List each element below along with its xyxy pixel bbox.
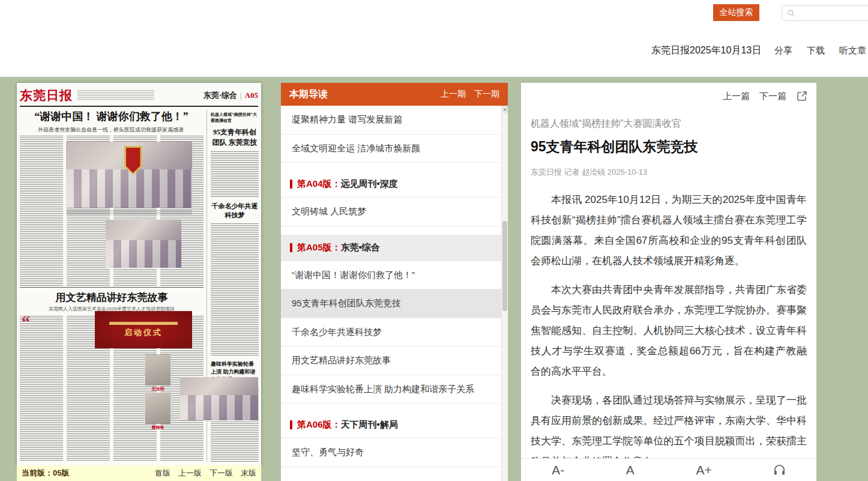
open-external-button[interactable] [796,90,808,102]
headphones-icon [773,463,786,477]
section-name: 东莞·综合 [203,90,237,101]
article-paragraph: 本次大赛由共青团中央青年发展部指导，共青团广东省委员会与东莞市人民政府联合承办，… [531,280,807,382]
portrait-image [145,393,170,424]
photo-people [66,169,192,208]
newspaper-page-image[interactable]: 东莞日报 东莞·综合 | A05 “谢谢中国！ 谢谢你们救了他！” 外籍患者突发… [17,83,261,465]
listen-audio-button[interactable] [743,463,816,477]
toc-article-item[interactable]: 坚守、勇气与好奇 [281,438,501,467]
article-title: 95支青年科创团队东莞竞技 [531,138,807,156]
article-body: 本报讯 2025年10月12日，为期三天的2025年度中国青年科技创新“揭榜挂帅… [531,190,807,458]
toc-header: 本期导读 上一期 下一期 [281,83,508,106]
toc-article-item[interactable]: 全域文明迎全运 洁净城市焕新颜 [281,135,501,163]
scrollbar-thumb[interactable] [502,221,507,311]
toc-section-item[interactable]: 第A04版：远见周刊•深度 [281,171,501,198]
section-marker [290,420,292,429]
bedside-photo [106,220,181,268]
toc-list: 凝聚精神力量 谱写发展新篇全域文明迎全运 洁净城市焕新颜第A04版：远见周刊•深… [281,106,501,481]
section-label: 天下周刊•解局 [341,419,398,431]
portrait-image [145,354,170,386]
paper-subhead-1: 外籍患者突发脑出血命悬一线，桥头医院成功救援获家属感谢 [20,126,201,134]
text-block [211,223,259,357]
photo-people [106,240,181,268]
section-prefix: 第A06版： [297,419,341,431]
toc-panel: 本期导读 上一期 下一期 凝聚精神力量 谱写发展新篇全域文明迎全运 洁净城市焕新… [281,83,508,481]
scroll-up-arrow[interactable]: ▲ [502,106,508,113]
font-controls: A-AA+ [521,463,743,477]
article-byline: 东莞日报 记者 赵浍锐 2025-10-13 [531,167,807,178]
newspaper-section: 东莞·综合 | A05 [203,90,258,101]
newspaper-panel: 东莞日报 东莞·综合 | A05 “谢谢中国！ 谢谢你们救了他！” 外籍患者突发… [17,83,261,481]
toc-article-item[interactable]: 趣味科学实验轮番上演 助力构建和谐亲子关系 [281,375,501,404]
toc-article-item[interactable]: 凝聚精神力量 谱写发展新篇 [281,106,501,135]
last-page-link[interactable]: 末版 [241,468,256,479]
right-column-kicker: 机器人领域“揭榜挂帅”大赛圆满收官 [211,112,259,124]
next-article-link[interactable]: 下一篇 [759,91,786,102]
toc-article-item[interactable]: 千余名少年共逐科技梦 [281,318,501,347]
portrait-name: 王法明 [145,386,170,392]
photo-caption [66,210,192,216]
toc-section-item[interactable]: 第A06版：天下周刊•解局 [281,412,501,438]
toc-section-item[interactable]: 第A05版：东莞•综合 [281,235,501,261]
page: 全站搜索 东莞日报2025年10月13日 分享 下载 听文章 东莞日报 东莞·综… [0,0,868,481]
first-page-link[interactable]: 首版 [155,468,170,479]
section-prefix: 第A05版： [297,242,341,253]
masthead-meta-text [77,90,154,101]
article-kicker: 机器人领域“揭榜挂帅”大赛圆满收官 [531,118,807,130]
toc-article-item[interactable]: 95支青年科创团队东莞竞技 [281,289,501,318]
section-prefix: 第A04版： [297,178,341,190]
article-paragraph: 本报讯 2025年10月12日，为期三天的2025年度中国青年科技创新“揭榜挂帅… [531,190,807,271]
section-rule [20,287,203,288]
font-normal-button[interactable]: A [626,463,634,477]
listen-article-link[interactable]: 听文章 [839,45,866,56]
prev-issue-link[interactable]: 上一期 [441,89,466,100]
issue-nav: 上一期 下一期 [441,89,499,100]
banner-title: 启动仪式 [124,327,163,338]
newspaper-masthead: 东莞日报 [20,87,73,104]
external-link-icon [796,90,808,102]
toc-section-item[interactable]: 第A07版：中国•国际 [281,476,501,481]
article-top-nav: 上一篇 下一篇 [723,90,808,102]
section-label: 东莞•综合 [341,242,380,253]
portrait-photo: 王法明 [145,354,170,392]
font-smaller-button[interactable]: A- [552,463,564,477]
paper-date-label: 东莞日报2025年10月13日 [651,44,761,57]
current-page-label: 当前版：05版 [22,468,69,479]
font-larger-button[interactable]: A+ [696,463,711,477]
toc-article-item[interactable]: “谢谢中国！谢谢你们救了他！” [281,261,501,290]
text-block [211,151,259,198]
launch-ceremony-photo: 启动仪式 [95,311,192,348]
next-page-link[interactable]: 下一版 [209,468,233,479]
paper-side-headline-1: 95支青年科创团队 东莞竞技 [211,127,259,148]
toc-article-item[interactable]: 用文艺精品讲好东莞故事 [281,346,501,375]
prev-article-link[interactable]: 上一篇 [723,91,750,102]
section-label: 远见周刊•深度 [341,178,398,190]
section-divider: | [240,91,242,100]
section-marker [290,243,292,252]
site-search-button[interactable]: 全站搜索 [713,4,759,21]
toc-scrollbar[interactable]: ▲ [501,106,508,481]
photo-people [180,395,258,420]
search-input[interactable] [795,9,868,17]
group-photo [66,142,192,208]
toc-title: 本期导读 [289,88,328,101]
paper-headline-1: “谢谢中国！ 谢谢你们救了他！” [20,109,202,124]
activity-photo [180,377,258,420]
paper-headline-2: 用文艺精品讲好东莞故事 [23,291,200,304]
page-navigation-bar: 当前版：05版 首版上一版下一版末版 [17,465,261,481]
banner-small-text [109,322,177,325]
text-column [20,316,63,462]
article-panel: 上一篇 下一篇 机器人领域“揭榜挂帅”大赛圆满收官 95支青年科创团队东莞竞技 … [521,83,816,481]
paper-side-headline-2: 千余名少年共逐科技梦 [211,202,259,220]
paper-nav: 首版上一版下一版末版 [155,468,256,479]
next-issue-link[interactable]: 下一期 [474,89,499,100]
portrait-name: 黄锦奇 [145,425,170,431]
portrait-photo: 黄锦奇 [145,393,170,431]
search-box[interactable] [782,5,868,21]
toc-article-item[interactable]: 文明铸城 人民筑梦 [281,198,501,226]
search-icon [787,9,795,17]
download-link[interactable]: 下载 [807,45,825,56]
reader-toolbar: A-AA+ [521,458,816,481]
section-marker [290,180,292,189]
prev-page-link[interactable]: 上一版 [178,468,202,479]
share-link[interactable]: 分享 [774,45,792,56]
